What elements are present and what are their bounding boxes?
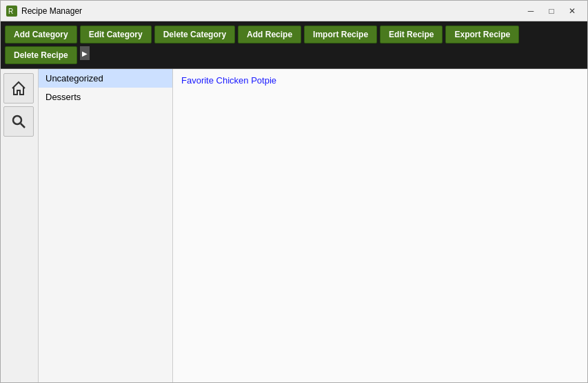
app-window: R Recipe Manager ─ □ ✕ Add Category Edit…	[0, 0, 588, 383]
svg-line-3	[21, 124, 25, 128]
title-bar: R Recipe Manager ─ □ ✕	[1, 1, 587, 21]
toolbar: Add Category Edit Category Delete Catego…	[1, 21, 587, 69]
sidebar-icons	[1, 69, 39, 382]
home-button[interactable]	[3, 73, 34, 104]
minimize-button[interactable]: ─	[521, 3, 540, 19]
app-icon: R	[6, 6, 17, 17]
edit-recipe-button[interactable]: Edit Recipe	[380, 26, 443, 43]
main-area: Uncategorized Desserts Favorite Chicken …	[1, 69, 587, 382]
svg-point-2	[13, 116, 21, 124]
delete-recipe-button[interactable]: Delete Recipe	[5, 46, 77, 64]
export-recipe-button[interactable]: Export Recipe	[445, 26, 519, 43]
close-button[interactable]: ✕	[562, 3, 582, 19]
recipe-panel: Favorite Chicken Potpie	[173, 69, 587, 382]
window-title: Recipe Manager	[21, 6, 82, 16]
maximize-button[interactable]: □	[542, 3, 561, 19]
title-bar-left: R Recipe Manager	[6, 6, 82, 17]
window-controls: ─ □ ✕	[521, 3, 582, 19]
search-button[interactable]	[3, 106, 34, 137]
recipe-item-chicken-potpie[interactable]: Favorite Chicken Potpie	[176, 72, 585, 89]
category-item-uncategorized[interactable]: Uncategorized	[39, 69, 172, 88]
svg-text:R: R	[8, 8, 13, 15]
add-category-button[interactable]: Add Category	[5, 26, 77, 43]
toolbar-scroll-right[interactable]: ▶	[80, 46, 90, 60]
category-item-desserts[interactable]: Desserts	[39, 88, 172, 106]
delete-category-button[interactable]: Delete Category	[154, 26, 235, 43]
import-recipe-button[interactable]: Import Recipe	[304, 26, 377, 43]
add-recipe-button[interactable]: Add Recipe	[238, 26, 301, 43]
edit-category-button[interactable]: Edit Category	[80, 26, 152, 43]
category-panel: Uncategorized Desserts	[39, 69, 173, 382]
